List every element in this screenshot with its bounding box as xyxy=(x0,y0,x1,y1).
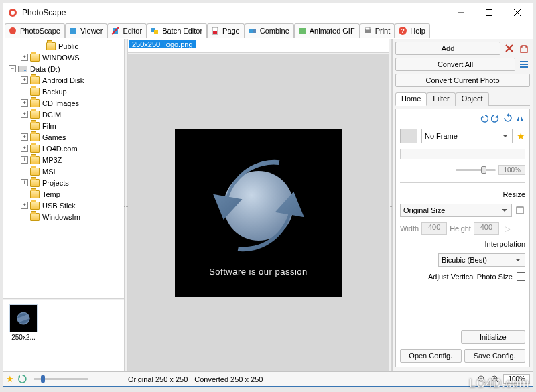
tree-item[interactable]: +LO4D.com xyxy=(5,143,124,154)
open-config-button[interactable]: Open Config. xyxy=(400,349,462,363)
subtab-home[interactable]: Home xyxy=(395,92,427,106)
tree-label: WindowsIm xyxy=(42,213,80,221)
folder-icon xyxy=(30,190,40,198)
width-input[interactable]: 400 xyxy=(421,222,447,235)
initialize-button[interactable]: Initialize xyxy=(461,330,526,344)
tree-label: Backup xyxy=(42,88,67,96)
expand-icon[interactable]: + xyxy=(21,111,28,118)
file-list[interactable]: 250x250_logo.png xyxy=(128,39,389,52)
tree-item[interactable]: +MP3Z xyxy=(5,154,124,166)
subtab-object[interactable]: Object xyxy=(456,92,489,106)
tree-label: MP3Z xyxy=(42,156,62,164)
file-selected[interactable]: 250x250_logo.png xyxy=(129,40,196,48)
tab-page[interactable]: Page xyxy=(207,23,245,38)
tree-label: Temp xyxy=(42,190,60,198)
tree-item[interactable]: MSI xyxy=(5,166,124,177)
tree-item[interactable]: +USB Stick xyxy=(5,200,124,211)
undo-icon[interactable] xyxy=(478,113,489,123)
tree-item[interactable]: −Data (D:) xyxy=(5,63,124,74)
folder-icon xyxy=(30,179,40,187)
preview-pane: Software is our passion xyxy=(128,54,389,371)
tree-item[interactable]: +Projects xyxy=(5,177,124,188)
add-button[interactable]: Add xyxy=(395,42,500,55)
clear-icon[interactable] xyxy=(518,42,530,54)
apply-size-icon[interactable]: ▷ xyxy=(502,223,513,234)
tab-batch-editor[interactable]: Batch Editor xyxy=(147,23,207,38)
minimize-button[interactable] xyxy=(447,4,475,21)
tree-item[interactable]: Film xyxy=(5,120,124,131)
folder-icon xyxy=(30,111,40,119)
refresh-icon[interactable] xyxy=(17,374,27,385)
redo-icon[interactable] xyxy=(490,113,501,123)
app-window: PhotoScape PhotoScape Viewer Editor Batc… xyxy=(3,3,533,387)
list-view-icon[interactable] xyxy=(518,58,530,70)
folder-icon xyxy=(30,202,40,210)
tab-editor[interactable]: Editor xyxy=(107,23,147,38)
tree-item[interactable]: +CD Images xyxy=(5,97,124,109)
frame-select[interactable]: No Frame xyxy=(421,129,513,143)
remove-icon[interactable] xyxy=(503,42,515,54)
status-converted: Converted 250 x 250 xyxy=(194,375,263,383)
tab-label: Print xyxy=(375,27,391,35)
tab-viewer[interactable]: Viewer xyxy=(65,23,107,38)
tree-item[interactable]: +Games xyxy=(5,131,124,143)
folder-tree[interactable]: Public +WINDOWS −Data (D:) +Android Disk… xyxy=(3,39,124,298)
folder-icon xyxy=(30,145,40,153)
close-button[interactable] xyxy=(503,4,531,21)
folder-icon xyxy=(30,156,40,164)
subtab-filter[interactable]: Filter xyxy=(427,92,455,106)
tab-label: Animated GIF xyxy=(310,27,355,35)
tree-label: USB Stick xyxy=(42,202,76,210)
height-input[interactable]: 400 xyxy=(474,222,499,235)
rotate-icon[interactable] xyxy=(503,113,513,123)
tree-item[interactable]: Backup xyxy=(5,86,124,97)
star-icon[interactable]: ★ xyxy=(6,374,14,384)
svg-rect-10 xyxy=(154,30,158,34)
convert-current-button[interactable]: Convert Current Photo xyxy=(395,74,530,87)
tree-item[interactable]: Public xyxy=(5,40,124,52)
tree-item[interactable]: +DCIM xyxy=(5,109,124,120)
save-config-button[interactable]: Save Config. xyxy=(464,349,526,363)
statusbar: ★ Original 250 x 250 Converted 250 x 250… xyxy=(3,371,533,386)
opacity-value: 100% xyxy=(498,165,525,175)
tree-item[interactable]: WindowsIm xyxy=(5,211,124,222)
tree-item[interactable]: +WINDOWS xyxy=(5,52,124,63)
favorite-icon[interactable]: ★ xyxy=(517,131,525,141)
thumbnail[interactable]: 250x2... xyxy=(7,304,40,341)
tab-print[interactable]: Print xyxy=(360,23,395,38)
expand-icon[interactable]: + xyxy=(21,156,28,164)
svg-rect-7 xyxy=(70,28,76,34)
app-icon xyxy=(7,7,18,18)
expand-icon[interactable]: + xyxy=(21,54,28,61)
tab-help[interactable]: ?Help xyxy=(395,23,430,38)
svg-rect-15 xyxy=(299,28,306,34)
expand-icon[interactable]: + xyxy=(21,99,28,107)
tab-photoscape[interactable]: PhotoScape xyxy=(5,23,65,38)
folder-icon xyxy=(46,42,56,50)
maximize-button[interactable] xyxy=(475,4,503,21)
tree-item[interactable]: Temp xyxy=(5,188,124,200)
svg-point-1 xyxy=(11,11,15,15)
disk-icon xyxy=(18,66,27,72)
status-original: Original 250 x 250 xyxy=(128,375,188,383)
adjust-vertical-checkbox[interactable] xyxy=(517,272,525,281)
expand-icon[interactable]: + xyxy=(21,179,28,186)
expand-icon[interactable]: + xyxy=(21,133,28,141)
tab-combine[interactable]: Combine xyxy=(245,23,294,38)
folder-icon xyxy=(30,88,40,96)
expand-icon[interactable]: + xyxy=(21,145,28,152)
opacity-slider[interactable] xyxy=(456,169,496,171)
tab-animated-gif[interactable]: Animated GIF xyxy=(294,23,360,38)
thumb-filename: 250x2... xyxy=(7,334,40,341)
convert-all-button[interactable]: Convert All xyxy=(395,58,515,71)
tree-item[interactable]: +Android Disk xyxy=(5,74,124,86)
resize-mode-select[interactable]: Original Size xyxy=(400,204,512,217)
interp-select[interactable]: Bicubic (Best) xyxy=(438,253,525,267)
flip-icon[interactable] xyxy=(515,113,525,123)
expand-icon[interactable]: + xyxy=(21,76,28,84)
collapse-icon[interactable]: − xyxy=(9,65,16,72)
lock-aspect-icon[interactable] xyxy=(515,205,525,216)
thumb-zoom-slider[interactable] xyxy=(34,378,88,380)
main-tabs: PhotoScape Viewer Editor Batch Editor Pa… xyxy=(3,22,533,38)
expand-icon[interactable]: + xyxy=(21,202,28,209)
